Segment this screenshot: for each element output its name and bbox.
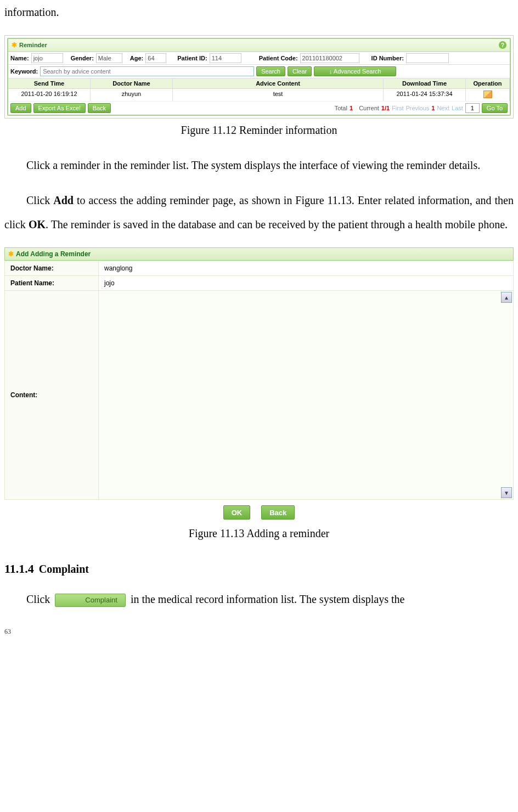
panel-title: Reminder (19, 42, 47, 48)
add-form-table: Doctor Name: wanglong Patient Name: jojo… (4, 261, 514, 500)
star-icon: ✱ (8, 250, 14, 258)
form-button-row: OK Back (4, 500, 514, 522)
add-panel-title: Add Adding a Reminder (16, 250, 91, 258)
th-doctor-name: Doctor Name (91, 78, 173, 88)
th-operation: Operation (466, 78, 510, 88)
pcode-label: Patient Code: (259, 55, 298, 61)
pager: Total 1 Current 1/1 First Previous 1 Nex… (335, 103, 508, 113)
pcode-value: 201101180002 (300, 53, 359, 63)
paragraph-add-reminder: Click Add to access the adding reminder … (4, 188, 514, 236)
paragraph-view-details: Click a reminder in the reminder list. T… (4, 153, 514, 177)
content-label: Content: (5, 291, 99, 500)
patient-name-label: Patient Name: (5, 276, 99, 291)
pager-last[interactable]: Last (452, 105, 463, 111)
figure-caption-13: Figure 11.13 Adding a reminder (4, 527, 514, 540)
export-excel-button[interactable]: Export As Excel (33, 103, 86, 113)
name-label: Name: (10, 55, 29, 61)
idn-value (406, 53, 449, 63)
table-footer: Add Export As Excel Back Total 1 Current… (8, 101, 510, 115)
paragraph-complaint: Click Complaint in the medical record in… (4, 587, 514, 611)
pager-current-label: Current (359, 105, 379, 111)
panel-header: ✱ Reminder ? (8, 39, 510, 52)
add-button[interactable]: Add (10, 103, 31, 113)
pid-label: Patient ID: (177, 55, 207, 61)
pager-total-label: Total (335, 105, 347, 111)
add-panel-header: ✱ Add Adding a Reminder (4, 247, 514, 261)
cell-download-time: 2011-01-24 15:37:34 (384, 89, 466, 101)
intro-fragment: information. (4, 0, 514, 24)
reminder-screenshot: ✱ Reminder ? Name: jojo Gender: Male Age… (4, 35, 514, 119)
patient-name-value: jojo (99, 276, 514, 291)
advanced-search-button[interactable]: ↓ Advanced Search (314, 66, 396, 76)
edit-icon[interactable] (483, 91, 492, 98)
age-value: 64 (145, 53, 166, 63)
gender-label: Gender: (71, 55, 94, 61)
table-row[interactable]: 2011-01-20 16:19:12 zhuyun test 2011-01-… (8, 89, 510, 101)
gender-value: Male (96, 53, 122, 63)
cell-operation (466, 89, 510, 101)
section-heading-complaint: 11.1.4 Complaint (4, 562, 514, 576)
pager-goto-input[interactable] (465, 103, 480, 113)
age-label: Age: (130, 55, 143, 61)
cell-doctor-name: zhuyun (91, 89, 173, 101)
content-textarea[interactable]: ▲ ▼ (99, 291, 513, 499)
doctor-name-value: wanglong (99, 261, 514, 276)
th-advice-content: Advice Content (173, 78, 384, 88)
keyword-row: Keyword: Search Clear ↓ Advanced Search (8, 65, 510, 78)
help-icon[interactable]: ? (499, 41, 506, 49)
table-header: Send Time Doctor Name Advice Content Dow… (8, 78, 510, 89)
name-value: jojo (31, 53, 63, 63)
scroll-down-icon[interactable]: ▼ (501, 487, 512, 498)
figure-caption-12: Figure 11.12 Reminder information (4, 124, 514, 137)
idn-label: ID Number: (371, 55, 404, 61)
complaint-button[interactable]: Complaint (55, 594, 126, 607)
pager-page: 1 (431, 105, 435, 111)
clear-button[interactable]: Clear (288, 66, 312, 76)
patient-info-row: Name: jojo Gender: Male Age: 64 Patient … (8, 52, 510, 65)
back-button[interactable]: Back (88, 103, 111, 113)
keyword-label: Keyword: (10, 68, 38, 75)
goto-button[interactable]: Go To (482, 103, 508, 113)
keyword-input[interactable] (40, 66, 254, 76)
page-number: 63 (4, 628, 514, 636)
scroll-up-icon[interactable]: ▲ (501, 292, 512, 303)
pager-next[interactable]: Next (437, 105, 449, 111)
doctor-name-label: Doctor Name: (5, 261, 99, 276)
th-send-time: Send Time (8, 78, 91, 88)
pager-current-value: 1/1 (381, 105, 390, 111)
add-reminder-screenshot: ✱ Add Adding a Reminder Doctor Name: wan… (4, 247, 514, 522)
search-button[interactable]: Search (256, 66, 285, 76)
back-button[interactable]: Back (261, 505, 295, 520)
cell-send-time: 2011-01-20 16:19:12 (8, 89, 91, 101)
star-icon: ✱ (12, 41, 17, 49)
ok-button[interactable]: OK (223, 505, 251, 520)
pager-first[interactable]: First (392, 105, 403, 111)
pager-total-value: 1 (350, 105, 353, 111)
cell-advice-content: test (173, 89, 384, 101)
pid-value: 114 (210, 53, 241, 63)
pager-previous[interactable]: Previous (406, 105, 430, 111)
th-download-time: Download Time (384, 78, 466, 88)
